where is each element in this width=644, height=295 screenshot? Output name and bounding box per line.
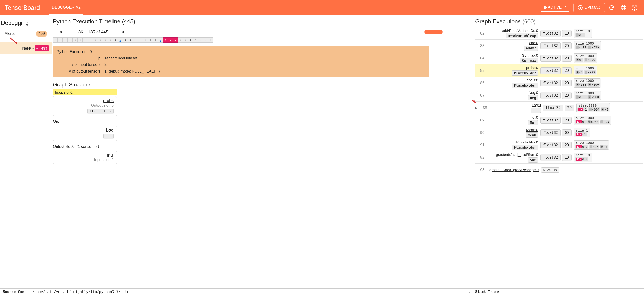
timeline-cell[interactable]: F: [208, 38, 213, 43]
timeline-cell[interactable]: S: [68, 38, 73, 43]
exec-index: 83: [475, 44, 490, 48]
exec-index: 89: [475, 118, 490, 122]
source-code-label[interactable]: Source Code: [0, 289, 29, 295]
timeline-cell[interactable]: R: [98, 38, 103, 43]
input-tensor-box[interactable]: probs Output slot: 0 Placeholder: [53, 96, 117, 116]
graph-exec-row[interactable]: ▶ 88 Log:0 Log float32 2D size:1000 -∞×1…: [475, 102, 643, 114]
help-icon[interactable]: [630, 3, 639, 13]
tensor-name[interactable]: Log:0: [492, 103, 541, 107]
graph-exec-row[interactable]: 91 Placeholder:0 Placeholder float32 2D …: [475, 139, 643, 151]
tensor-name[interactable]: labels:0: [490, 78, 538, 82]
timeline-cell[interactable]: I: [153, 38, 158, 43]
timeline-cell[interactable]: S: [63, 38, 68, 43]
tensor-name[interactable]: add/ReadVariableOp:0: [490, 29, 538, 33]
next-page-button[interactable]: >: [120, 30, 126, 35]
size-chip-group: size:10: [541, 167, 559, 173]
stack-trace-label[interactable]: Stack Trace: [472, 289, 644, 295]
output-slot-header: Output slot 0: (1 consumer): [53, 143, 117, 150]
tensor-name[interactable]: Mean:0: [490, 128, 538, 132]
dtype-chip: float32: [543, 105, 563, 111]
status-select[interactable]: INACTIVE: [542, 3, 569, 12]
timeline-cell[interactable]: !: [163, 38, 168, 43]
timeline-cell[interactable]: m: [118, 38, 123, 43]
source-path: /home/cais/venv_tf_nightly/lib/python3.7…: [29, 289, 134, 295]
timeline-cell[interactable]: R: [183, 38, 188, 43]
timeline-cell[interactable]: C: [193, 38, 198, 43]
graph-exec-row[interactable]: 85 probs:0 Placeholder float32 2D size:1…: [475, 65, 643, 77]
size-chip-group: size:1000 NaN×10×904+×95: [574, 116, 611, 125]
timeline-cell[interactable]: M: [143, 38, 148, 43]
refresh-icon[interactable]: [607, 3, 616, 13]
timeline-cell[interactable]: m: [158, 38, 163, 43]
timeline-cell[interactable]: S: [83, 38, 88, 43]
graph-exec-row[interactable]: 87 Neg:0 Neg float32 2D size:1000 -×1000…: [475, 89, 643, 102]
settings-icon[interactable]: [618, 3, 628, 13]
dtype-chip: float32: [540, 142, 560, 148]
graph-exec-row[interactable]: 92 gradients/add_grad/Sum:0 Sum float32 …: [475, 151, 643, 164]
tensor-name[interactable]: add:0: [490, 41, 538, 45]
timeline-cell[interactable]: C: [138, 38, 143, 43]
prev-page-button[interactable]: <: [58, 30, 64, 35]
graph-exec-row[interactable]: 86 labels:0 Placeholder float32 2D size:…: [475, 77, 643, 89]
graph-exec-row[interactable]: 83 add:0 AddV2 float32 2D size:1000 -×47…: [475, 40, 643, 52]
timeline-cell[interactable]: E: [133, 38, 138, 43]
timeline-cell[interactable]: I: [148, 38, 153, 43]
timeline-cell[interactable]: A: [123, 38, 128, 43]
timeline-cell[interactable]: R: [73, 38, 78, 43]
graph-exec-row[interactable]: 82 add/ReadVariableOp:0 ReadVariableOp f…: [475, 27, 643, 40]
graph-exec-row[interactable]: 84 Softmax:0 Softmax float32 2D size:100…: [475, 52, 643, 65]
dtype-chip: float32: [540, 154, 560, 161]
timeline-cell[interactable]: M: [78, 38, 83, 43]
shape-chip: 1D: [562, 30, 572, 37]
graph-executions-panel: Graph Executions (600) 82 add/ReadVariab…: [472, 15, 644, 288]
timeline-cell[interactable]: R: [178, 38, 183, 43]
shape-chip: 0D: [562, 129, 572, 136]
op-chip: Placeholder: [512, 70, 538, 76]
timeline-cell[interactable]: R: [108, 38, 113, 43]
graph-exec-row[interactable]: 93 gradients/add_grad/Reshape:0 size:10: [475, 164, 643, 176]
op-label: Op:: [53, 118, 117, 125]
op-chip: ReadVariableOp: [506, 33, 538, 39]
page-range: 136 ~ 185 of 445: [76, 30, 108, 35]
alerts-title: Alerts: [5, 32, 14, 36]
tensor-name[interactable]: Softmax:0: [490, 53, 538, 57]
upload-button[interactable]: i UPLOAD: [574, 3, 605, 12]
timeline-cell[interactable]: R: [198, 38, 203, 43]
timeline-cell[interactable]: S: [88, 38, 93, 43]
exec-index: 82: [475, 31, 490, 36]
tensor-name[interactable]: gradients/add_grad/Sum:0: [490, 153, 538, 157]
size-chip-group: size:1000 0×1+×999: [574, 66, 597, 75]
size-chip-group: size:10 +×10: [574, 29, 592, 38]
scroll-up-icon[interactable]: ▴: [466, 290, 472, 294]
timeline-cell[interactable]: A: [113, 38, 118, 43]
tensor-name[interactable]: mul:0: [490, 115, 538, 119]
timeline-cell[interactable]: -: [173, 38, 178, 43]
timeline-cell[interactable]: A: [188, 38, 193, 43]
timeline-slider[interactable]: [420, 32, 458, 33]
tensor-name[interactable]: Neg:0: [490, 91, 538, 95]
timeline-cell[interactable]: S: [58, 38, 63, 43]
graph-exec-row[interactable]: 90 Mean:0 Mean float32 0D size:1 NaN×1: [475, 127, 643, 139]
size-chip-group: size:1000 -×1000×900: [574, 91, 601, 100]
graph-exec-row[interactable]: 89 mul:0 Mul float32 2D size:1000 NaN×10…: [475, 114, 643, 127]
timeline-cell[interactable]: A: [128, 38, 133, 43]
expand-triangle-icon[interactable]: ▶: [475, 106, 477, 110]
shape-chip: 2D: [562, 55, 572, 62]
tab-debugger-v2[interactable]: DEBUGGER V2: [49, 1, 83, 15]
tensor-name[interactable]: Placeholder:0: [490, 140, 538, 144]
op-box[interactable]: Log Log: [53, 126, 117, 141]
timeline-cell[interactable]: P: [53, 38, 58, 43]
size-chip-group: size:1 NaN×1: [574, 128, 590, 137]
tensor-name[interactable]: probs:0: [490, 66, 538, 70]
timeline-cell[interactable]: R: [203, 38, 208, 43]
timeline-cell[interactable]: R: [103, 38, 108, 43]
annotation-arrow-icon: [9, 37, 18, 45]
alert-nan-inf[interactable]: NaN/∞ ∞: 499: [0, 43, 52, 54]
timeline-cell[interactable]: -: [168, 38, 173, 43]
output-tensor-box[interactable]: mul Input slot: 1: [53, 151, 117, 164]
size-chip-group: size:1000 -∞×1-×9940×5: [576, 103, 610, 112]
timeline-panel: Python Execution Timeline (445) < 136 ~ …: [52, 15, 472, 288]
tensor-name[interactable]: gradients/add_grad/Reshape:0: [490, 168, 538, 172]
timeline-cell[interactable]: R: [93, 38, 98, 43]
graph-structure-title: Graph Structure: [53, 81, 472, 89]
